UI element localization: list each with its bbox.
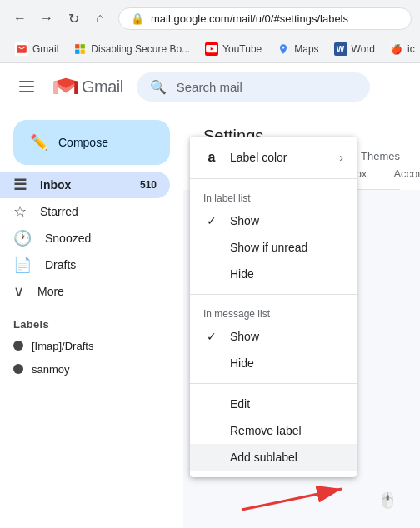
bookmark-youtube-label: YouTube — [222, 43, 262, 55]
browser-chrome: ← → ↻ ⌂ 🔒 mail.google.com/mail/u/0/#sett… — [0, 0, 420, 63]
bookmark-word[interactable]: W Word — [328, 40, 382, 58]
forward-button[interactable]: → — [35, 7, 58, 30]
starred-icon: ☆ — [13, 202, 27, 221]
context-menu: a Label color › In label list ✓ Show — [190, 137, 357, 477]
drafts-icon: 📄 — [13, 256, 32, 274]
label-item-sanmoy[interactable]: sanmoy — [0, 357, 170, 381]
menu-item-label-show[interactable]: ✓ Show — [190, 207, 357, 234]
ms-favicon — [73, 42, 87, 56]
lock-icon: 🔒 — [131, 12, 144, 25]
gmail-favicon — [15, 42, 28, 56]
label-dot-imap — [13, 341, 23, 351]
msg-show-check: ✓ — [203, 330, 220, 343]
bookmark-maps-label: Maps — [294, 43, 318, 55]
compose-icon: ✏️ — [30, 133, 48, 152]
svg-rect-0 — [76, 44, 80, 48]
label-item-imap[interactable]: [Imap]/Drafts — [0, 334, 170, 357]
settings-area: Settings General Labels Inbox Accou Them… — [183, 110, 420, 528]
more-label: More — [38, 285, 64, 298]
submenu-arrow-icon: › — [339, 151, 343, 164]
bookmark-apple[interactable]: 🍎 ic — [383, 40, 420, 58]
bookmark-youtube[interactable]: YouTube — [198, 40, 268, 58]
label-color-text: Label color — [230, 151, 288, 164]
msg-hide-text: Hide — [230, 356, 254, 370]
bookmark-maps[interactable]: Maps — [270, 40, 325, 58]
yt-favicon — [205, 42, 218, 56]
menu-item-label-show-unread[interactable]: Show if unread — [190, 234, 357, 261]
maps-favicon — [277, 42, 290, 56]
label-imap-text: [Imap]/Drafts — [32, 340, 93, 352]
back-button[interactable]: ← — [8, 7, 32, 30]
sidebar-item-starred[interactable]: ☆ Starred — [0, 198, 170, 225]
gmail-header: Gmail 🔍 Search mail — [0, 63, 420, 110]
message-list-heading: In message list — [190, 301, 357, 323]
color-check-placeholder: a — [203, 150, 220, 165]
main-content: ✏️ Compose ☰ Inbox 510 ☆ Starred 🕐 Snooz… — [0, 110, 420, 528]
sidebar: ✏️ Compose ☰ Inbox 510 ☆ Starred 🕐 Snooz… — [0, 110, 183, 528]
drafts-label: Drafts — [45, 258, 76, 271]
search-icon: 🔍 — [150, 79, 167, 95]
bookmarks-bar: Gmail Disabling Secure Bo... YouTube Map… — [0, 37, 420, 62]
compose-label: Compose — [58, 136, 108, 149]
label-show-text: Show — [230, 214, 259, 227]
remove-label-text: Remove label — [230, 424, 302, 437]
cursor-indicator: 🖱️ — [378, 491, 397, 510]
nav-buttons: ← → ↻ ⌂ — [8, 7, 112, 30]
menu-item-msg-show[interactable]: ✓ Show — [190, 323, 357, 350]
gmail-logo-text: Gmail — [82, 77, 123, 97]
bookmark-apple-label: ic — [408, 43, 415, 55]
label-show-check: ✓ — [203, 214, 220, 227]
menu-section-message-list: In message list ✓ Show Hide — [190, 294, 357, 383]
label-hide-text: Hide — [230, 267, 254, 281]
label-list-heading: In label list — [190, 186, 357, 207]
bookmark-gmail[interactable]: Gmail — [8, 40, 65, 58]
sidebar-item-inbox[interactable]: ☰ Inbox 510 — [0, 172, 170, 198]
edit-text: Edit — [230, 397, 250, 411]
label-show-unread-text: Show if unread — [230, 241, 308, 254]
label-sanmoy-text: sanmoy — [32, 363, 70, 376]
bookmark-gmail-label: Gmail — [32, 43, 58, 55]
svg-rect-3 — [81, 50, 85, 54]
menu-item-msg-hide[interactable]: Hide — [190, 350, 357, 376]
gmail-app: Gmail 🔍 Search mail ✏️ Compose ☰ Inbox 5… — [0, 63, 420, 528]
svg-rect-2 — [76, 50, 80, 54]
labels-heading: Labels — [0, 311, 183, 334]
url-text: mail.google.com/mail/u/0/#settings/label… — [151, 12, 399, 25]
apple-favicon: 🍎 — [390, 42, 403, 56]
menu-item-label-color[interactable]: a Label color › — [190, 143, 357, 172]
search-bar[interactable]: 🔍 Search mail — [137, 72, 370, 102]
browser-toolbar: ← → ↻ ⌂ 🔒 mail.google.com/mail/u/0/#sett… — [0, 0, 420, 37]
search-placeholder: Search mail — [177, 80, 242, 94]
more-chevron-icon: ∨ — [13, 282, 24, 301]
reload-button[interactable]: ↻ — [62, 7, 85, 30]
menu-section-label-list: In label list ✓ Show Show if unread Hide — [190, 178, 357, 294]
menu-item-label-hide[interactable]: Hide — [190, 261, 357, 287]
hamburger-button[interactable] — [13, 73, 40, 100]
menu-section-color: a Label color › — [190, 137, 357, 178]
menu-item-add-sublabel[interactable]: Add sublabel — [190, 444, 357, 471]
sidebar-item-snoozed[interactable]: 🕐 Snoozed — [0, 225, 170, 252]
menu-item-remove-label[interactable]: Remove label — [190, 417, 357, 444]
address-bar[interactable]: 🔒 mail.google.com/mail/u/0/#settings/lab… — [118, 7, 412, 30]
starred-label: Starred — [40, 205, 78, 218]
context-menu-overlay: a Label color › In label list ✓ Show — [183, 110, 420, 528]
sidebar-item-drafts[interactable]: 📄 Drafts — [0, 252, 170, 278]
home-button[interactable]: ⌂ — [88, 7, 112, 30]
inbox-label: Inbox — [40, 178, 71, 192]
bookmark-ms-label: Disabling Secure Bo... — [91, 43, 190, 55]
gmail-logo-svg — [53, 77, 78, 96]
menu-item-edit[interactable]: Edit — [190, 391, 357, 417]
menu-section-actions: Edit Remove label Add sublabel — [190, 383, 357, 477]
inbox-badge: 510 — [140, 179, 157, 191]
snoozed-icon: 🕐 — [13, 229, 32, 247]
snoozed-label: Snoozed — [45, 232, 91, 245]
bookmark-word-label: Word — [352, 43, 375, 55]
add-sublabel-text: Add sublabel — [230, 451, 298, 464]
gmail-logo: Gmail — [53, 77, 123, 97]
compose-button[interactable]: ✏️ Compose — [13, 120, 170, 165]
sidebar-item-more[interactable]: ∨ More — [0, 278, 170, 305]
svg-rect-1 — [81, 44, 85, 48]
label-dot-sanmoy — [13, 364, 23, 374]
msg-show-text: Show — [230, 330, 259, 343]
bookmark-ms[interactable]: Disabling Secure Bo... — [67, 40, 197, 58]
